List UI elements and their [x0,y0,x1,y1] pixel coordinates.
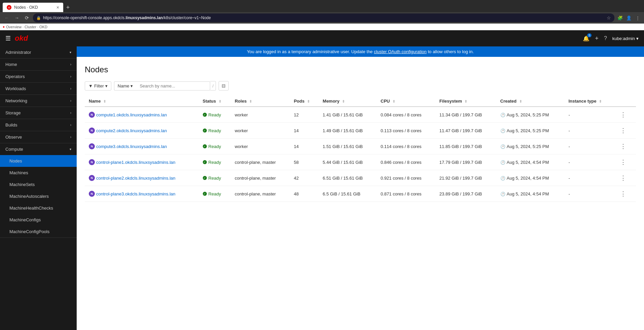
node-avatar-5: N [89,191,95,197]
col-header-instance-type[interactable]: Instance type ⇕ [564,96,614,107]
cell-status-1: Ready [199,123,231,139]
menu-button[interactable]: ⋮ [634,14,641,22]
row-actions-button-0[interactable]: ⋮ [618,110,628,119]
extensions-button[interactable]: 🧩 [616,14,624,22]
favicon-small: ● [3,25,5,29]
node-link-0[interactable]: N compute1.okdcls.linuxsysadmins.lan [89,112,195,118]
col-header-name[interactable]: Name ⇕ [85,96,199,107]
cpu-sort-icon: ⇕ [392,100,395,103]
sidebar-item-nodes[interactable]: Nodes [0,155,77,167]
clock-icon-3: 🕐 [500,160,505,165]
col-header-pods[interactable]: Pods ⇕ [290,96,319,107]
browser-tab[interactable]: O Nodes · OKD × [3,3,63,12]
sidebar-item-machineconfigs[interactable]: MachineConfigs [0,214,77,226]
node-link-2[interactable]: N compute3.okdcls.linuxsysadmins.lan [89,143,195,149]
sidebar-item-machines[interactable]: Machines [0,167,77,179]
user-chevron-icon: ▾ [636,36,639,41]
cell-actions-4: ⋮ [614,170,636,186]
instance-type-sort-icon: ⇕ [599,100,602,103]
status-text-3: Ready [209,160,221,165]
add-button[interactable]: + [595,35,599,42]
user-menu[interactable]: kube:admin ▾ [612,36,639,41]
col-header-status[interactable]: Status ⇕ [199,96,231,107]
cell-actions-1: ⋮ [614,123,636,139]
page-title: Nodes [85,65,636,74]
node-link-4[interactable]: N control-plane2.okdcls.linuxsysadmins.l… [89,175,195,181]
sidebar-item-home[interactable]: Home › [0,59,77,70]
node-link-5[interactable]: N control-plane3.okdcls.linuxsysadmins.l… [89,191,195,197]
search-container: Name ▾ / [114,81,216,90]
row-actions-button-4[interactable]: ⋮ [618,174,628,182]
workloads-chevron-icon: › [70,87,71,90]
sidebar-machineautoscalers-label: MachineAutoscalers [9,194,49,199]
cell-cpu-2: 0.114 cores / 8 cores [377,139,435,154]
col-header-memory[interactable]: Memory ⇕ [319,96,377,107]
filter-button[interactable]: ▼ Filter ▾ [85,81,111,90]
networking-chevron-icon: › [70,99,71,103]
sidebar-administrator-label: Administrator [5,50,31,55]
sidebar-item-operators[interactable]: Operators › [0,71,77,82]
back-button[interactable]: ← [3,14,11,22]
sidebar-item-compute[interactable]: Compute ▾ [0,143,77,155]
cell-name-1: N compute2.okdcls.linuxsysadmins.lan [85,123,199,139]
cell-status-5: Ready [199,186,231,202]
cell-roles-0: worker [231,107,290,123]
logo: okd [15,34,28,43]
cell-name-3: N control-plane1.okdcls.linuxsysadmins.l… [85,154,199,170]
sidebar-item-networking[interactable]: Networking › [0,95,77,107]
notifications-button[interactable]: 🔔 5 [583,35,590,42]
node-link-3[interactable]: N control-plane1.okdcls.linuxsysadmins.l… [89,159,195,165]
cell-cpu-4: 0.921 cores / 8 cores [377,170,435,186]
search-input[interactable] [136,81,210,90]
oauth-config-link[interactable]: cluster OAuth configuration [374,49,427,54]
help-button[interactable]: ? [604,35,607,41]
new-tab-button[interactable]: + [63,3,73,12]
name-filter-dropdown[interactable]: Name ▾ [114,81,137,90]
cell-status-0: Ready [199,107,231,123]
sidebar-item-machinehealthchecks[interactable]: MachineHealthChecks [0,202,77,214]
table-row: N control-plane3.okdcls.linuxsysadmins.l… [85,186,636,202]
sidebar-item-workloads[interactable]: Workloads › [0,83,77,95]
status-dot-2 [203,144,207,148]
nodes-table: Name ⇕ Status ⇕ Roles ⇕ [85,96,636,202]
tab-close-button[interactable]: × [56,5,59,10]
columns-button[interactable]: ⊟ [219,81,229,90]
row-actions-button-5[interactable]: ⋮ [618,189,628,198]
cell-created-1: 🕐Aug 5, 2024, 5:25 PM [496,123,565,139]
sidebar-machineconfigs-label: MachineConfigs [9,217,41,222]
sidebar-machines-label: Machines [9,170,28,175]
sidebar-item-administrator[interactable]: Administrator ▾ [0,46,77,58]
forward-button[interactable]: → [13,14,21,22]
col-header-created[interactable]: Created ⇕ [496,96,565,107]
status-text-1: Ready [209,128,221,133]
profile-button[interactable]: 👤 [625,14,633,22]
cell-pods-0: 12 [290,107,319,123]
sidebar-item-builds[interactable]: Builds › [0,119,77,131]
address-bar[interactable]: 🔒 https://console-openshift-console.apps… [33,13,614,22]
row-actions-button-3[interactable]: ⋮ [618,158,628,167]
sidebar-item-machineconfigpools[interactable]: MachineConfigPools [0,226,77,237]
bookmark-button[interactable]: ☆ [607,15,611,21]
row-actions-button-1[interactable]: ⋮ [618,126,628,135]
sidebar-operators-label: Operators [5,74,25,79]
sidebar-compute-label: Compute [5,147,23,152]
cell-instance-type-4: - [564,170,614,186]
sidebar-item-storage[interactable]: Storage › [0,107,77,119]
cell-actions-0: ⋮ [614,107,636,123]
cell-cpu-1: 0.113 cores / 8 cores [377,123,435,139]
tab-favicon: O [7,5,11,10]
hamburger-menu-button[interactable]: ☰ [5,35,11,42]
col-header-roles[interactable]: Roles ⇕ [231,96,290,107]
col-header-filesystem[interactable]: Filesystem ⇕ [435,96,496,107]
sidebar-item-observe[interactable]: Observe › [0,131,77,143]
status-badge-0: Ready [203,112,227,117]
status-dot-0 [203,113,207,117]
sidebar-item-machineautoscalers[interactable]: MachineAutoscalers [0,190,77,202]
sidebar-item-machinesets[interactable]: MachineSets [0,179,77,190]
node-link-1[interactable]: N compute2.okdcls.linuxsysadmins.lan [89,127,195,134]
cell-roles-4: control-plane, master [231,170,290,186]
row-actions-button-2[interactable]: ⋮ [618,142,628,151]
col-header-cpu[interactable]: CPU ⇕ [377,96,435,107]
memory-sort-icon: ⇕ [342,100,345,103]
refresh-button[interactable]: ⟳ [23,14,31,22]
